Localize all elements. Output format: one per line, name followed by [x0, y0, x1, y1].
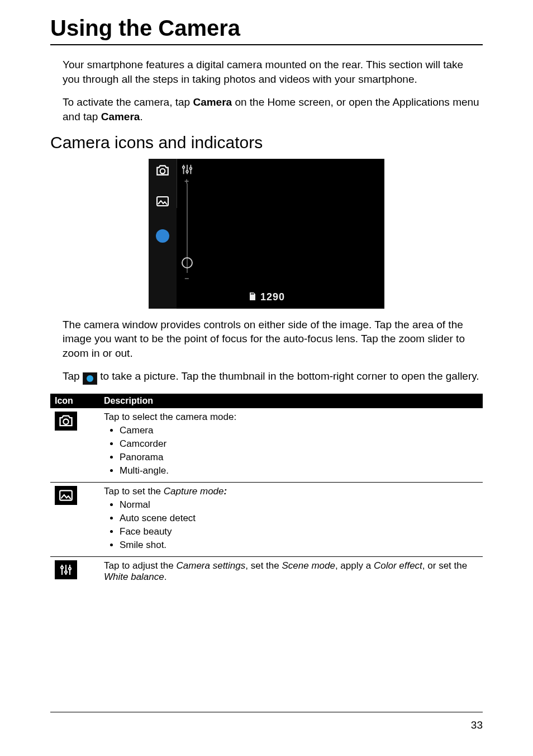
footer-rule: [50, 712, 483, 712]
th-description: Description: [99, 394, 483, 408]
text: , or set the: [422, 560, 467, 571]
storage-count: 1290: [260, 291, 285, 303]
intro-paragraph-2: To activate the camera, tap Camera on th…: [63, 95, 483, 124]
list-item: Panorama: [120, 452, 478, 463]
svg-point-7: [190, 167, 192, 169]
svg-point-18: [69, 568, 71, 570]
shutter-inline-icon: [83, 372, 97, 385]
table-row: Tap to adjust the Camera settings, set t…: [50, 557, 483, 587]
svg-rect-10: [253, 293, 254, 295]
bold-camera-1: Camera: [193, 96, 232, 108]
italic-camera-settings: Camera settings: [176, 560, 245, 571]
settings-sliders-icon[interactable]: [181, 163, 193, 176]
text: .: [164, 571, 167, 582]
list-item: Auto scene detect: [120, 513, 478, 524]
italic-color-effect: Color effect: [374, 560, 422, 571]
bold-colon: :: [224, 486, 227, 497]
section-heading: Camera icons and indicators: [50, 133, 483, 152]
camera-sidebar: [149, 159, 177, 309]
list-item: Normal: [120, 499, 478, 511]
text: to take a picture. Tap the thumbnail in …: [97, 370, 479, 382]
camera-icon: [55, 412, 77, 431]
svg-rect-8: [251, 293, 251, 295]
row3-lead: Tap to adjust the Camera settings, set t…: [99, 557, 483, 587]
svg-rect-9: [252, 293, 253, 295]
icon-description-table: Icon Description Tap to select the camer…: [50, 394, 483, 586]
row2-lead: Tap to set the Capture mode:: [104, 486, 478, 497]
list-item: Camcorder: [120, 438, 478, 450]
row1-lead: Tap to select the camera mode:: [104, 412, 478, 423]
list-item: Multi-angle.: [120, 465, 478, 476]
list-item: Face beauty: [120, 526, 478, 537]
intro-paragraph-1: Your smartphone features a digital camer…: [63, 58, 483, 86]
text: Tap to adjust the: [104, 560, 176, 571]
shutter-button-icon[interactable]: [156, 229, 169, 243]
camera-viewport: + − 1290: [149, 159, 384, 309]
zoom-minus-label: −: [184, 274, 189, 283]
svg-point-3: [183, 166, 185, 168]
row1-bullets: Camera Camcorder Panorama Multi-angle.: [104, 425, 478, 476]
table-row: Tap to set the Capture mode: Normal Auto…: [50, 483, 483, 557]
text: , set the: [245, 560, 282, 571]
sliders-icon: [55, 560, 77, 579]
text: Tap: [63, 370, 83, 382]
text: , apply a: [335, 560, 374, 571]
after-figure-paragraph-2: Tap to take a picture. Tap the thumbnail…: [63, 369, 483, 385]
storage-row: 1290: [149, 291, 384, 303]
italic-capture-mode: Capture mode: [164, 486, 224, 497]
italic-white-balance: White balance: [104, 571, 164, 582]
svg-point-11: [63, 419, 68, 424]
camera-mode-icon[interactable]: [155, 164, 170, 177]
zoom-slider-handle[interactable]: [182, 257, 193, 268]
capture-mode-icon[interactable]: [156, 196, 169, 207]
italic-scene-mode: Scene mode: [282, 560, 335, 571]
text: To activate the camera, tap: [63, 96, 193, 108]
svg-point-14: [61, 566, 63, 569]
camera-ui-figure: + − 1290: [50, 159, 483, 309]
list-item: Camera: [120, 425, 478, 436]
sd-card-icon: [248, 291, 260, 303]
svg-point-0: [160, 168, 165, 173]
title-rule: [50, 44, 483, 45]
bold-camera-2: Camera: [101, 111, 140, 122]
after-figure-paragraph-1: The camera window provides controls on e…: [63, 318, 483, 361]
text: Tap to set the: [104, 486, 164, 497]
picture-icon: [55, 486, 77, 505]
list-item: Smile shot.: [120, 540, 478, 551]
text: .: [140, 111, 142, 122]
row2-bullets: Normal Auto scene detect Face beauty Smi…: [104, 499, 478, 551]
sidebar-divider: [177, 159, 177, 208]
table-row: Tap to select the camera mode: Camera Ca…: [50, 408, 483, 483]
page-number: 33: [471, 719, 483, 731]
svg-point-5: [186, 170, 188, 172]
page-title: Using the Camera: [50, 16, 483, 41]
svg-point-16: [65, 571, 67, 573]
th-icon: Icon: [50, 394, 99, 408]
